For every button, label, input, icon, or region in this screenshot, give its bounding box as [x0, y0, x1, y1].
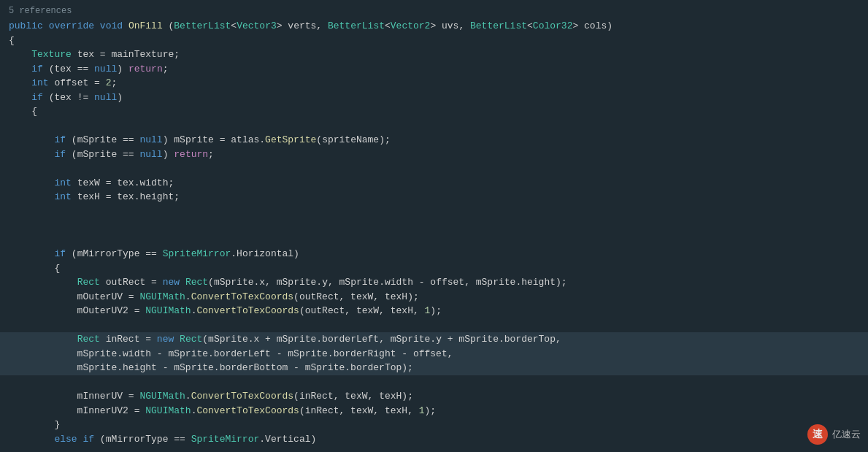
- code-line: {: [0, 34, 868, 48]
- code-line: if (tex == null) return;: [0, 62, 868, 77]
- code-line: [0, 233, 868, 248]
- code-line: mOuterUV = NGUIMath.ConvertToTexCoords(o…: [0, 290, 868, 304]
- code-line: mSprite.height - mSprite.borderBottom - …: [0, 361, 868, 375]
- code-line: {: [0, 104, 868, 119]
- code-line: [0, 318, 868, 333]
- code-line: {: [0, 261, 868, 276]
- code-line: int offset = 2;: [0, 76, 868, 91]
- code-line: mInnerUV = NGUIMath.ConvertToTexCoords(i…: [0, 389, 868, 404]
- code-line: if (mMirrorType == SpriteMirror.Horizont…: [0, 247, 868, 261]
- code-line: int texH = tex.height;: [0, 190, 868, 204]
- code-line: if (mSprite == null) mSprite = atlas.Get…: [0, 133, 868, 148]
- code-line: [0, 119, 868, 134]
- code-line: Rect inRect = new Rect(mSprite.x + mSpri…: [0, 332, 868, 347]
- code-line: if (tex != null): [0, 91, 868, 105]
- code-line: int texW = tex.width;: [0, 176, 868, 191]
- watermark: 速 亿速云: [807, 424, 861, 445]
- code-line: Rect outRect = new Rect(mSprite.x, mSpri…: [0, 275, 868, 290]
- code-line: [0, 204, 868, 219]
- code-line: else if (mMirrorType == SpriteMirror.Ver…: [0, 432, 868, 447]
- watermark-icon: 速: [807, 424, 828, 445]
- code-lines: public override void OnFill (BetterList<…: [0, 19, 868, 446]
- code-line: mSprite.width - mSprite.borderLeft - mSp…: [0, 347, 868, 361]
- code-line: [0, 161, 868, 176]
- code-line: if (mSprite == null) return;: [0, 148, 868, 162]
- watermark-text: 亿速云: [832, 427, 861, 442]
- code-line: Texture tex = mainTexture;: [0, 47, 868, 62]
- code-container: 5 references public override void OnFill…: [0, 0, 868, 452]
- code-line: [0, 375, 868, 390]
- code-line: public override void OnFill (BetterList<…: [0, 19, 868, 34]
- code-line: [0, 218, 868, 233]
- code-line: }: [0, 418, 868, 432]
- code-line: mInnerUV2 = NGUIMath.ConvertToTexCoords(…: [0, 404, 868, 418]
- references-line: 5 references: [0, 3, 868, 19]
- code-line: mOuterUV2 = NGUIMath.ConvertToTexCoords(…: [0, 304, 868, 318]
